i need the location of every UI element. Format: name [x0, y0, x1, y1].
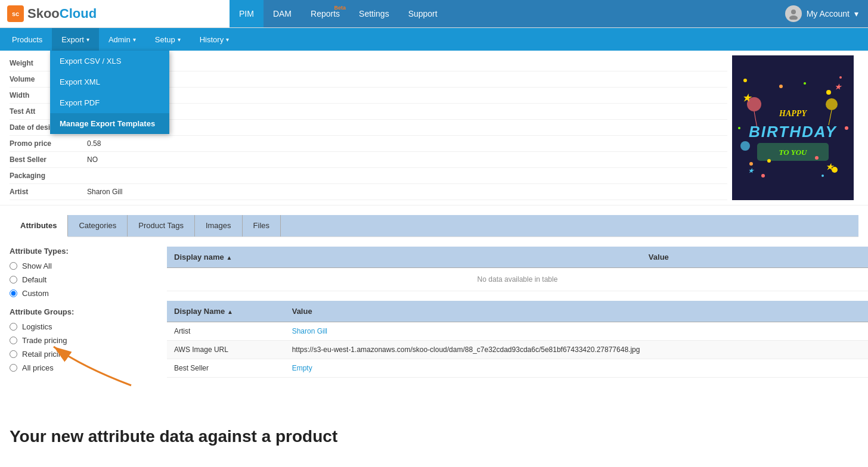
svg-point-28 — [815, 156, 819, 160]
cell-bestseller-value: Empty — [285, 359, 868, 378]
sub-nav-products[interactable]: Products — [2, 28, 52, 51]
field-label-artist: Artist — [10, 188, 87, 196]
export-xml-item[interactable]: Export XML — [50, 71, 169, 92]
top-table-header-row: Display name Value — [167, 247, 868, 268]
no-data-row: No data available in table — [167, 268, 868, 291]
nav-spacer — [447, 0, 776, 27]
logo-text: SkooCloud — [27, 6, 97, 21]
svg-point-10 — [738, 127, 740, 129]
export-csv-item[interactable]: Export CSV / XLS — [50, 51, 169, 71]
nav-support[interactable]: Support — [399, 0, 447, 27]
cell-artist-name: Artist — [167, 322, 285, 341]
top-col-value[interactable]: Value — [641, 247, 868, 268]
beta-badge: Beta — [334, 5, 346, 11]
logo-icon: sc — [7, 5, 24, 22]
account-label: My Account — [807, 9, 850, 18]
radio-custom[interactable]: Custom — [10, 289, 157, 298]
radio-show-all-input[interactable] — [10, 262, 17, 270]
radio-trade-pricing-input[interactable] — [10, 337, 17, 344]
svg-point-1 — [789, 15, 798, 20]
radio-custom-input[interactable] — [10, 289, 17, 297]
tabs: Attributes Categories Product Tags Image… — [10, 215, 858, 237]
attr-main: Display name Value No data available in … — [167, 237, 868, 391]
product-preview: HAPPY BIRTHDAY TO YOU ★ ★ ★ ★ — [727, 51, 858, 205]
export-pdf-item[interactable]: Export PDF — [50, 92, 169, 113]
svg-point-26 — [804, 82, 806, 85]
svg-point-3 — [743, 79, 747, 82]
field-promo-price: Promo price 0.58 — [10, 136, 727, 152]
cell-artist-value: Sharon Gill — [285, 322, 868, 341]
export-dropdown-arrow: ▾ — [86, 36, 89, 43]
cell-aws-value: https://s3-eu-west-1.amazonaws.com/skoo-… — [285, 341, 868, 359]
logo-icon-text: sc — [12, 10, 19, 17]
history-dropdown-arrow: ▾ — [226, 36, 229, 43]
birthday-card-svg: HAPPY BIRTHDAY TO YOU ★ ★ ★ ★ — [733, 69, 852, 188]
attr-types-label: Attribute Types: — [10, 247, 157, 256]
nav-reports[interactable]: Reports Beta — [301, 0, 349, 27]
svg-text:BIRTHDAY: BIRTHDAY — [749, 123, 838, 141]
radio-logistics[interactable]: Logistics — [10, 322, 157, 331]
field-value-artist: Sharon Gill — [87, 188, 122, 196]
sub-nav-export[interactable]: Export ▾ — [52, 28, 99, 51]
radio-all-prices-input[interactable] — [10, 364, 17, 372]
field-packaging: Packaging — [10, 168, 727, 184]
tab-files[interactable]: Files — [243, 215, 281, 236]
logo-cloud: Cloud — [60, 6, 97, 21]
nav-pim[interactable]: PIM — [230, 0, 264, 27]
radio-logistics-input[interactable] — [10, 323, 17, 331]
radio-default[interactable]: Default — [10, 275, 157, 284]
cell-bestseller-name: Best Seller — [167, 359, 285, 378]
bottom-col-display-name[interactable]: Display Name — [167, 301, 285, 322]
annotation-text: Your new attribute data against a produc… — [10, 391, 858, 446]
artist-link[interactable]: Sharon Gill — [292, 327, 327, 335]
radio-show-all[interactable]: Show All — [10, 261, 157, 270]
svg-point-8 — [761, 174, 765, 178]
manage-templates-item[interactable]: Manage Export Templates — [50, 113, 169, 134]
admin-dropdown-arrow: ▾ — [133, 36, 136, 43]
field-label-promo-price: Promo price — [10, 139, 87, 148]
no-data-cell: No data available in table — [167, 268, 868, 291]
svg-text:★: ★ — [826, 162, 835, 172]
tab-images[interactable]: Images — [195, 215, 243, 236]
nav-dam[interactable]: DAM — [264, 0, 301, 27]
field-value-promo-price: 0.58 — [87, 139, 101, 148]
birthday-card: HAPPY BIRTHDAY TO YOU ★ ★ ★ ★ — [732, 55, 854, 200]
svg-point-0 — [791, 10, 796, 14]
sub-nav: Products Export ▾ Admin ▾ Setup ▾ Histor… — [0, 28, 868, 51]
tabs-and-content: Attributes Categories Product Tags Image… — [0, 206, 868, 467]
bottom-col-value[interactable]: Value — [285, 301, 868, 322]
top-col-display-name[interactable]: Display name — [167, 247, 641, 268]
svg-point-14 — [740, 141, 750, 151]
field-value-best-seller: NO — [87, 155, 98, 164]
annotation-area: Your new attribute data against a produc… — [0, 391, 868, 446]
svg-point-6 — [749, 162, 753, 166]
logo-area: sc SkooCloud — [0, 5, 230, 22]
svg-point-25 — [779, 85, 783, 88]
svg-point-5 — [826, 90, 831, 95]
avatar-icon — [785, 5, 802, 22]
tab-product-tags[interactable]: Product Tags — [128, 215, 195, 236]
attr-groups-label: Attribute Groups: — [10, 307, 157, 316]
field-label-best-seller: Best Seller — [10, 155, 87, 164]
table-row: Artist Sharon Gill — [167, 322, 868, 341]
nav-settings[interactable]: Settings — [349, 0, 399, 27]
cell-aws-name: AWS Image URL — [167, 341, 285, 359]
annotation-arrow-svg — [36, 344, 155, 391]
export-dropdown: Export CSV / XLS Export XML Export PDF M… — [50, 51, 169, 134]
account-area[interactable]: My Account ▾ — [776, 0, 868, 27]
top-nav-links: PIM DAM Reports Beta Settings Support — [230, 0, 868, 27]
tab-attributes[interactable]: Attributes — [10, 215, 68, 237]
field-best-seller: Best Seller NO — [10, 152, 727, 168]
logo-skoo: Skoo — [27, 6, 60, 21]
radio-retail-pricing-input[interactable] — [10, 350, 17, 358]
sub-nav-setup[interactable]: Setup ▾ — [145, 28, 190, 51]
sub-nav-admin[interactable]: Admin ▾ — [99, 28, 145, 51]
radio-default-input[interactable] — [10, 276, 17, 284]
tab-categories[interactable]: Categories — [68, 215, 128, 236]
field-artist: Artist Sharon Gill — [10, 184, 727, 200]
top-nav: sc SkooCloud PIM DAM Reports Beta Settin… — [0, 0, 868, 28]
bestseller-link[interactable]: Empty — [292, 364, 312, 372]
sub-nav-history[interactable]: History ▾ — [190, 28, 238, 51]
bottom-table-header-row: Display Name Value — [167, 301, 868, 322]
page-wrapper: sc SkooCloud PIM DAM Reports Beta Settin… — [0, 0, 868, 467]
